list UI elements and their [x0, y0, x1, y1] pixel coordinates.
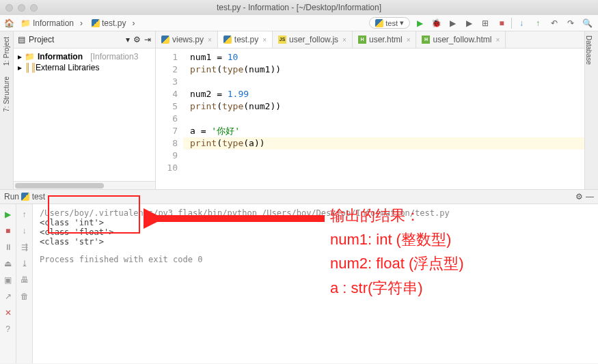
- project-icon: ▤: [18, 35, 25, 44]
- pause-button[interactable]: ⏸: [2, 241, 14, 253]
- gutter-database-tab[interactable]: Database: [585, 31, 593, 69]
- breadcrumb: 🏠 📁Information › test.py › test ▾ ▶ 🐞 ▶ …: [0, 15, 598, 31]
- code-editor[interactable]: 12345678910 num1 = 10 print(type(num1)) …: [156, 48, 584, 189]
- wrap-button[interactable]: ⇶: [18, 241, 31, 253]
- run-config-selector[interactable]: test ▾: [369, 17, 410, 29]
- python-icon: [223, 36, 232, 44]
- redo-button[interactable]: ↷: [564, 16, 577, 30]
- hide-icon[interactable]: ⇥: [144, 35, 151, 44]
- tab-user-follow-html[interactable]: Huser_follow.html×: [416, 31, 506, 48]
- home-icon[interactable]: 🏠: [4, 18, 14, 28]
- print-button[interactable]: 🖶: [18, 274, 31, 286]
- libraries-icon: ║║: [25, 63, 33, 72]
- close-button[interactable]: ✕: [2, 307, 14, 319]
- gutter-project-tab[interactable]: 1: Project: [3, 31, 10, 71]
- line-numbers: 12345678910: [156, 48, 183, 189]
- stop-button[interactable]: ■: [2, 225, 14, 237]
- project-header-label: Project: [29, 35, 54, 44]
- run-config-name: test: [32, 192, 45, 201]
- down-button[interactable]: ↓: [18, 225, 31, 237]
- run-button[interactable]: ▶: [413, 16, 426, 30]
- tab-user-follow-js[interactable]: JSuser_follow.js×: [273, 31, 353, 48]
- console-command: /Users/boy/.virtualenvs/py3_flask/bin/py…: [40, 208, 591, 218]
- close-icon[interactable]: ×: [342, 36, 346, 44]
- hide-icon[interactable]: —: [586, 192, 594, 201]
- window-title: test.py - Information - [~/Desktop/Infor…: [217, 3, 381, 12]
- console-line: <class 'str'>: [40, 237, 591, 247]
- traffic-lights: [5, 4, 38, 12]
- editor-area: views.py× test.py× JSuser_follow.js× Hus…: [156, 31, 584, 189]
- left-tool-gutter: 1: Project 7: Structure: [0, 31, 14, 189]
- python-icon: [161, 36, 169, 44]
- html-icon: H: [358, 36, 366, 44]
- project-panel: ▤ Project ▾ ⚙ ⇥ ▸ 📁 Information [Informa…: [14, 31, 156, 189]
- tree-external-libs[interactable]: ▸ ║║ External Libraries: [15, 62, 154, 73]
- tab-user-html[interactable]: Huser.html×: [353, 31, 417, 48]
- console-exit: Process finished with exit code 0: [40, 255, 591, 264]
- tab-test-py[interactable]: test.py×: [218, 31, 273, 48]
- search-icon[interactable]: 🔍: [580, 16, 594, 30]
- console-output[interactable]: /Users/boy/.virtualenvs/py3_flask/bin/py…: [33, 204, 598, 363]
- minimize-icon[interactable]: [18, 4, 25, 12]
- clear-button[interactable]: 🗑: [18, 290, 31, 303]
- run-panel: ▶ ■ ⏸ ⏏ ▣ ↗ ✕ ? ↑ ↓ ⇶ ⤓ 🖶 🗑 /Users/boy/.…: [0, 204, 598, 363]
- gutter-structure-tab[interactable]: 7: Structure: [3, 71, 10, 117]
- python-icon: [21, 193, 29, 201]
- help-button[interactable]: ?: [2, 323, 14, 335]
- close-icon[interactable]: ×: [262, 36, 267, 44]
- run-label: Run: [4, 192, 19, 201]
- scroll-button[interactable]: ⤓: [18, 257, 31, 270]
- chevron-right-icon: ›: [80, 18, 85, 28]
- chevron-right-icon: ›: [132, 18, 137, 28]
- stop-button[interactable]: ■: [495, 16, 508, 30]
- project-tree[interactable]: ▸ 📁 Information [Information3 ▸ ║║ Exter…: [14, 48, 155, 76]
- collapse-icon[interactable]: ▾: [126, 35, 130, 44]
- dump-button[interactable]: ▣: [2, 274, 14, 286]
- gear-icon[interactable]: ⚙: [575, 192, 583, 201]
- debug-button[interactable]: 🐞: [429, 16, 443, 30]
- chevron-right-icon: ▸: [18, 52, 22, 61]
- vcs-commit-button[interactable]: ↑: [531, 16, 545, 30]
- close-icon[interactable]: [5, 4, 13, 12]
- run-toolbar-2: ↑ ↓ ⇶ ⤓ 🖶 🗑: [16, 204, 33, 363]
- project-panel-header: ▤ Project ▾ ⚙ ⇥: [14, 31, 155, 48]
- run-toolbar-1: ▶ ■ ⏸ ⏏ ▣ ↗ ✕ ?: [0, 204, 16, 363]
- tree-root[interactable]: ▸ 📁 Information [Information3: [15, 51, 154, 62]
- undo-button[interactable]: ↶: [547, 16, 561, 30]
- vcs-update-button[interactable]: ↓: [515, 16, 528, 30]
- zoom-icon[interactable]: [30, 4, 38, 12]
- js-icon: JS: [278, 36, 286, 44]
- rerun-button[interactable]: ▶: [2, 208, 14, 221]
- html-icon: H: [422, 36, 430, 44]
- window-titlebar: test.py - Information - [~/Desktop/Infor…: [0, 0, 598, 15]
- run-panel-header: Run test ⚙ —: [0, 189, 598, 204]
- breadcrumb-file[interactable]: test.py: [88, 18, 129, 29]
- code-content[interactable]: num1 = 10 print(type(num1)) num2 = 1.99 …: [183, 48, 584, 189]
- right-tool-gutter: Database: [584, 31, 598, 189]
- up-button[interactable]: ↑: [18, 208, 31, 221]
- exit-button[interactable]: ⏏: [2, 257, 14, 270]
- chevron-right-icon: ▸: [18, 63, 22, 72]
- folder-icon: 📁: [25, 52, 35, 61]
- close-icon[interactable]: ×: [407, 36, 411, 44]
- close-icon[interactable]: ×: [496, 36, 500, 44]
- tab-views-py[interactable]: views.py×: [156, 31, 218, 48]
- concurrency-button[interactable]: ⊞: [478, 16, 492, 30]
- profile-button[interactable]: ▶: [462, 16, 476, 30]
- coverage-button[interactable]: ▶: [446, 16, 459, 30]
- console-line: <class 'int'>: [40, 218, 591, 227]
- restore-button[interactable]: ↗: [2, 290, 14, 303]
- close-icon[interactable]: ×: [208, 36, 212, 44]
- gear-icon[interactable]: ⚙: [133, 35, 141, 44]
- scrollbar-horizontal[interactable]: [14, 181, 155, 189]
- breadcrumb-folder[interactable]: 📁Information: [17, 18, 77, 29]
- editor-tabs: views.py× test.py× JSuser_follow.js× Hus…: [156, 31, 584, 48]
- console-line: <class 'float'>: [40, 227, 591, 237]
